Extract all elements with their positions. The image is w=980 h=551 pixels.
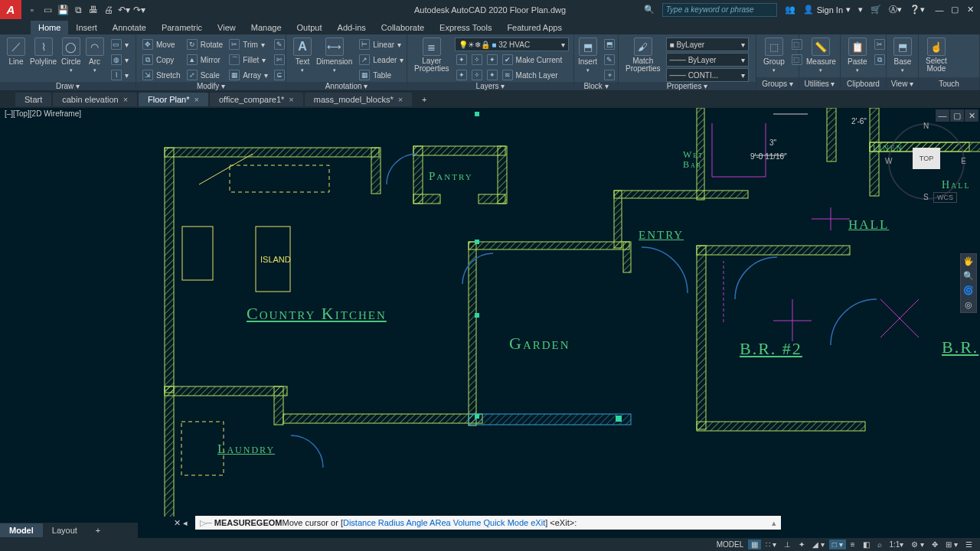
viewcube-e[interactable]: E [961,157,966,165]
filetab-add-button[interactable]: + [418,95,430,104]
menutab-output[interactable]: Output [289,21,330,34]
menutab-annotate[interactable]: Annotate [105,21,154,34]
filetab-start[interactable]: Start [15,93,51,106]
filetab-cabin-elevation[interactable]: cabin elevation× [53,93,137,106]
menutab-express-tools[interactable]: Express Tools [432,21,499,34]
layer-dropdown[interactable]: 💡☀❄🔒 ■ 32 HVAC▾ [455,37,569,51]
layer-tool-1[interactable]: ✦ [455,53,469,67]
status-grid-icon[interactable]: ▦ [748,540,761,549]
search-input[interactable]: Type a keyword or phrase [662,3,777,17]
menutab-featured-apps[interactable]: Featured Apps [499,21,570,34]
layer-tool-6[interactable]: ✦ [485,68,499,82]
wcs-label[interactable]: WCS [933,192,957,203]
qat-saveas-icon[interactable]: ⧉ [72,4,84,16]
qat-redo-icon[interactable]: ↷▾ [133,4,145,16]
qat-undo-icon[interactable]: ↶▾ [118,4,130,16]
filetab-close-icon[interactable]: × [289,95,293,104]
menutab-parametric[interactable]: Parametric [154,21,210,34]
copy-clip-button[interactable]: ⧉ [873,53,887,67]
layer-tool-4[interactable]: ✦ [455,68,469,82]
viewcube-w[interactable]: W [885,157,892,165]
minimize-button[interactable]: — [933,4,946,16]
filetab-mass_model_blocks[interactable]: mass_model_blocks*× [305,93,412,106]
status-snap-icon[interactable]: ∷ ▾ [763,540,779,549]
status-iso-icon[interactable]: ◢ ▾ [809,540,828,549]
vp-close[interactable]: ✕ [965,109,978,122]
cart-icon[interactable]: 🛒 [871,5,881,15]
fillet-button[interactable]: ⌒Fillet ▾ [227,53,270,67]
signin-button[interactable]: 👤Sign In▾ [803,5,851,15]
modeltab-model[interactable]: Model [0,523,43,537]
status-ann-icon[interactable]: ✥ [929,540,941,549]
qat-print-icon[interactable]: 🖨 [103,4,115,16]
move-button[interactable]: ✥Move [141,37,182,51]
status-polar-icon[interactable]: ✦ [795,540,808,549]
menutab-home[interactable]: Home [31,21,68,34]
panel-draw-title[interactable]: Draw ▾ [0,82,136,90]
rotate-button[interactable]: ↻Rotate [185,37,224,51]
viewcube[interactable]: TOP N S E W [888,123,965,200]
lineweight-dropdown[interactable]: ─── ByLayer▾ [666,53,749,67]
cmd-sidetools[interactable]: ✕ ◂ [174,516,188,530]
hatch-button[interactable]: ◍▾ [109,53,130,67]
erase-button[interactable]: ✎ [273,37,286,51]
cut-button[interactable]: ✂ [873,37,887,51]
rect-button[interactable]: ▭▾ [109,37,130,51]
status-model[interactable]: MODEL [714,540,747,549]
menutab-insert[interactable]: Insert [68,21,105,34]
panel-properties-title[interactable]: Properties ▾ [619,82,756,90]
viewcube-n[interactable]: N [923,122,929,130]
panel-utilities-title[interactable]: Utilities ▾ [799,77,840,90]
paste-button[interactable]: 📋Paste▾ [845,37,870,73]
insert-button[interactable]: ⬒Insert▾ [576,37,599,73]
scale-button[interactable]: ⤢Scale [185,68,224,82]
circle-button[interactable]: ◯Circle▾ [59,37,83,73]
layer-tool-5[interactable]: ✧ [470,68,484,82]
panel-layers-title[interactable]: Layers ▾ [407,82,573,90]
status-lwt-icon[interactable]: ≡ [848,540,858,549]
panel-groups-title[interactable]: Groups ▾ [756,77,799,90]
mirror-button[interactable]: ▲Mirror [185,53,224,67]
offset-button[interactable]: ⊆ [273,68,286,82]
menutab-view[interactable]: View [210,21,243,34]
layer-tool-2[interactable]: ✧ [470,53,484,67]
group-button[interactable]: ⬚Group▾ [761,37,787,73]
filetab-floor-plan[interactable]: Floor Plan*× [139,93,208,106]
filetab-close-icon[interactable]: × [123,95,128,104]
maximize-button[interactable]: ▢ [948,4,962,16]
viewcube-s[interactable]: S [923,193,929,201]
measure-button[interactable]: 📏Measure▾ [804,37,838,73]
qat-plot-icon[interactable]: 🖶 [87,4,100,16]
panel-touch-title[interactable]: Touch [919,77,979,90]
panel-modify-title[interactable]: Modify ▾ [136,82,286,90]
table-button[interactable]: ▦Table [358,68,405,82]
vp-min[interactable]: — [936,109,949,122]
spline-button[interactable]: ⌇▾ [109,68,130,82]
nav-orbit-icon[interactable]: 🌀 [963,285,974,295]
nav-pan-icon[interactable]: 🖐 [963,256,974,266]
close-button[interactable]: ✕ [963,4,977,16]
leader-button[interactable]: ↗Leader ▾ [358,53,405,67]
match-layer-button[interactable]: ≋Match Layer [501,68,560,82]
voice-icon[interactable]: 🔍 [644,5,655,15]
status-cust-icon[interactable]: ☰ [962,540,975,549]
menutab-collaborate[interactable]: Collaborate [374,21,432,34]
block-tool-2[interactable]: ✎ [603,53,616,67]
array-button[interactable]: ▦Array ▾ [227,68,270,82]
vp-max[interactable]: ▢ [950,109,964,122]
select-mode-button[interactable]: ☝SelectMode [923,37,949,73]
explode-button[interactable]: ✄ [273,53,286,67]
polyline-button[interactable]: ⌇Polyline [28,37,59,66]
app-icon-menu[interactable]: Ⓐ▾ [889,4,902,15]
panel-block-title[interactable]: Block ▾ [574,82,618,90]
qat-open-icon[interactable]: ▭ [41,4,54,16]
filetab-close-icon[interactable]: × [398,95,403,104]
dimension-button[interactable]: ⟷Dimension▾ [314,37,354,73]
panel-annotation-title[interactable]: Annotation ▾ [286,82,407,90]
status-osnap-icon[interactable]: □ ▾ [829,540,846,549]
stretch-button[interactable]: ⇲Stretch [141,68,182,82]
block-tool-3[interactable]: ⌖ [603,68,616,82]
copy-button[interactable]: ⧉Copy [141,53,182,67]
make-current-button[interactable]: ✔Make Current [501,53,564,67]
help-icon[interactable]: ❔▾ [910,5,925,15]
